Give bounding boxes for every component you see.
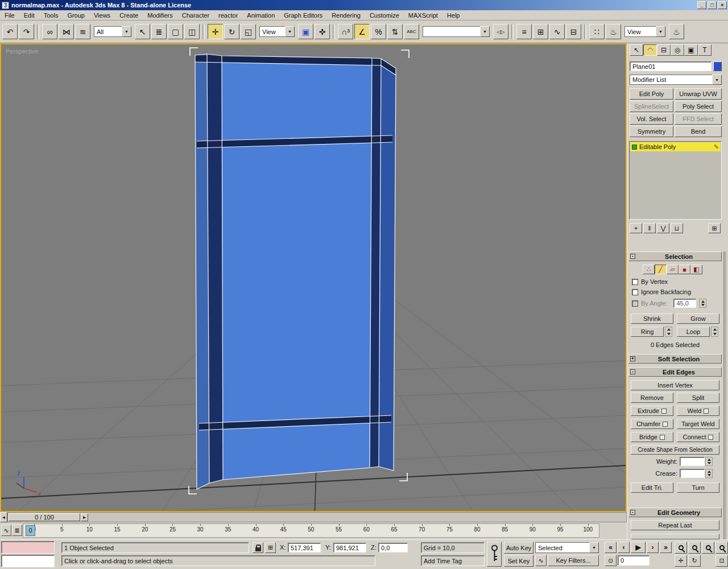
undo-button[interactable]: ↶	[2, 24, 18, 39]
percent-snap-toggle-button[interactable]: %	[371, 24, 386, 39]
menu-item[interactable]: Customize	[365, 11, 404, 20]
zoom-all-button[interactable]	[688, 542, 701, 554]
named-selection-dropdown[interactable]: ▼	[423, 26, 490, 37]
bind-to-space-warp-button[interactable]: ≋	[75, 24, 90, 39]
menu-item[interactable]: Help	[442, 11, 465, 20]
modifier-stack[interactable]: Editable Poly ✎	[629, 141, 722, 220]
time-slider-handle[interactable]: 0 / 100	[9, 513, 80, 521]
use-pivot-center-button[interactable]: ▣	[298, 24, 313, 39]
select-and-rotate-button[interactable]: ↻	[224, 24, 239, 39]
previous-frame-button[interactable]: ‹	[618, 542, 630, 553]
maximize-button[interactable]: □	[708, 1, 717, 9]
key-mode-toggle-button[interactable]: ⊙	[605, 555, 617, 566]
redo-button[interactable]: ↷	[19, 24, 34, 39]
key-filters-button[interactable]: Key Filters...	[548, 555, 599, 566]
grow-button[interactable]: Grow	[677, 314, 719, 324]
repeat-last-button[interactable]: Repeat Last	[631, 520, 719, 530]
play-animation-button[interactable]: ▶	[631, 542, 646, 553]
stack-item-editable-poly[interactable]: Editable Poly ✎	[630, 142, 721, 151]
plane01-object[interactable]	[195, 54, 396, 489]
x-coordinate-field[interactable]: 517,391	[288, 543, 321, 552]
element-subobject-button[interactable]: ◧	[690, 265, 702, 274]
arc-rotate-button[interactable]: ↻	[688, 555, 701, 567]
split-button[interactable]: Split	[677, 393, 719, 403]
edit-named-selection-sets-button[interactable]: ABC	[404, 24, 419, 39]
turn-button[interactable]: Turn	[677, 483, 719, 493]
select-and-move-button[interactable]: ✛	[208, 24, 223, 39]
extrude-settings-icon[interactable]	[661, 409, 667, 414]
weld-button[interactable]: Weld	[677, 406, 719, 416]
add-time-tag-field[interactable]: Add Time Tag	[421, 555, 485, 566]
by-angle-spinner[interactable]	[699, 299, 706, 308]
chevron-down-icon[interactable]: ▼	[480, 26, 490, 37]
chamfer-settings-icon[interactable]	[663, 422, 668, 427]
extrude-button[interactable]: Extrude	[631, 406, 673, 416]
menu-item[interactable]: MAXScript	[404, 11, 442, 20]
make-unique-button[interactable]: ⋁	[657, 223, 669, 233]
absolute-offset-toggle[interactable]: ⊞	[265, 542, 276, 553]
by-vertex-checkbox[interactable]	[632, 279, 638, 285]
poly-select-modifier-button[interactable]: Poly Select	[675, 101, 722, 112]
shrink-button[interactable]: Shrink	[631, 314, 673, 324]
chevron-down-icon[interactable]: ▼	[656, 26, 665, 37]
zoom-region-button[interactable]	[715, 542, 728, 554]
unwrap-uvw-modifier-button[interactable]: Unwrap UVW	[675, 88, 722, 100]
reference-coordinate-dropdown[interactable]: View ▼	[259, 26, 295, 37]
modify-tab[interactable]: ◠	[643, 44, 657, 56]
render-scene-dialog-button[interactable]: ♨	[606, 24, 621, 39]
menu-item[interactable]: Rendering	[327, 11, 365, 20]
mini-curve-editor-button[interactable]: ∿	[1, 525, 11, 536]
select-and-scale-button[interactable]: ◱	[241, 24, 256, 39]
zoom-extents-button[interactable]	[702, 542, 714, 554]
by-angle-value-field[interactable]: 45,0	[673, 299, 696, 308]
rectangular-selection-region-button[interactable]: ▢	[168, 24, 183, 39]
current-frame-marker[interactable]: 0	[26, 525, 35, 536]
chevron-down-icon[interactable]: ▼	[122, 26, 131, 37]
time-slider-track[interactable]: 0 / 100 ►	[7, 512, 627, 522]
go-to-end-button[interactable]: »	[660, 542, 672, 553]
zoom-button[interactable]	[675, 542, 687, 554]
clipped-button[interactable]	[631, 534, 719, 539]
weight-spinner[interactable]	[705, 457, 713, 466]
bend-modifier-button[interactable]: Bend	[675, 126, 722, 137]
hierarchy-tab[interactable]: ⊟	[657, 44, 671, 56]
menu-item[interactable]: Tools	[39, 11, 63, 20]
show-end-result-button[interactable]: ‖	[643, 223, 656, 233]
ring-spinner[interactable]	[665, 327, 672, 337]
auto-key-button[interactable]: Auto Key	[504, 542, 533, 554]
trackbar-filter-button[interactable]: ≣	[12, 525, 22, 536]
menu-item[interactable]: Views	[89, 11, 115, 20]
time-slider-right-arrow[interactable]: ►	[81, 513, 88, 521]
connect-button[interactable]: Connect	[677, 432, 719, 442]
selection-filter-dropdown[interactable]: All ▼	[94, 26, 131, 37]
menu-item[interactable]: Edit	[19, 11, 39, 20]
unlink-selection-button[interactable]: ⋈	[59, 24, 74, 39]
quick-render-button[interactable]: ♨	[669, 24, 684, 39]
set-keys-button[interactable]	[487, 542, 502, 567]
selection-lock-toggle[interactable]	[253, 542, 263, 553]
trackbar-ruler[interactable]: 0510152025303540455055606570758085909510…	[23, 523, 599, 538]
schematic-view-button[interactable]: ⊟	[566, 24, 581, 39]
create-tab[interactable]: ↖	[630, 44, 643, 56]
render-type-dropdown[interactable]: View ▼	[624, 26, 665, 37]
z-coordinate-field[interactable]: 0,0	[378, 543, 408, 552]
viewport-label[interactable]: Perspective	[6, 48, 38, 55]
ignore-backfacing-label[interactable]: Ignore Backfacing	[641, 288, 691, 295]
pin-stack-button[interactable]: ⌖	[630, 223, 642, 233]
set-key-button[interactable]: Set Key	[504, 555, 533, 567]
edit-edges-rollout-header[interactable]: - Edit Edges	[628, 367, 722, 377]
chevron-down-icon[interactable]: ▼	[712, 75, 722, 85]
mirror-button[interactable]: ◁▷	[493, 24, 508, 39]
material-editor-button[interactable]: ∷	[589, 24, 605, 39]
menu-item[interactable]: Character	[177, 11, 214, 20]
edit-geometry-rollout-header[interactable]: - Edit Geometry	[628, 508, 722, 517]
menu-item[interactable]: Modifiers	[143, 11, 177, 20]
window-crossing-toggle-button[interactable]: ◫	[184, 24, 200, 39]
vertex-subobject-button[interactable]: ∴	[643, 265, 655, 274]
object-color-swatch[interactable]	[713, 61, 722, 71]
chamfer-button[interactable]: Chamfer	[631, 419, 673, 429]
key-filter-selection-dropdown[interactable]: Selected ▼	[535, 542, 599, 553]
perspective-viewport[interactable]: x z Perspective	[0, 43, 627, 512]
insert-vertex-button[interactable]: Insert Vertex	[631, 380, 719, 390]
current-frame-field[interactable]: 0	[618, 555, 650, 566]
